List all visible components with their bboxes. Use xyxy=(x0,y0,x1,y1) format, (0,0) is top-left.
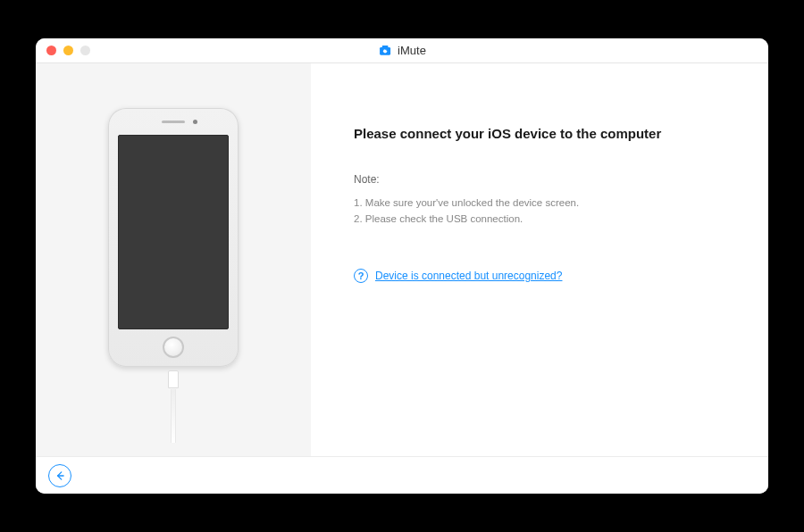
minimize-window-button[interactable] xyxy=(63,46,73,55)
phone-illustration xyxy=(102,108,245,411)
svg-rect-1 xyxy=(382,46,389,48)
content-area: Please connect your iOS device to the co… xyxy=(36,63,768,456)
maximize-window-button[interactable] xyxy=(80,46,90,55)
phone-speaker-icon xyxy=(162,121,185,123)
note-list: Make sure your've unlocked the device sc… xyxy=(354,195,725,228)
device-unrecognized-link[interactable]: Device is connected but unrecognized? xyxy=(375,270,562,282)
page-heading: Please connect your iOS device to the co… xyxy=(354,126,725,141)
note-label: Note: xyxy=(354,173,725,186)
help-row: ? Device is connected but unrecognized? xyxy=(354,269,725,283)
close-window-button[interactable] xyxy=(46,46,56,55)
titlebar: iMute xyxy=(36,38,768,63)
arrow-left-icon xyxy=(54,470,66,482)
lightning-cable-icon xyxy=(168,370,179,388)
phone-home-button-icon xyxy=(163,337,184,358)
window-title: iMute xyxy=(378,44,426,58)
footer-bar xyxy=(36,456,768,494)
back-button[interactable] xyxy=(48,464,71,487)
note-item: Please check the USB connection. xyxy=(354,211,725,227)
instructions-panel: Please connect your iOS device to the co… xyxy=(311,63,768,456)
app-window: iMute Please connect your iOS device to … xyxy=(36,38,768,494)
question-mark-icon: ? xyxy=(354,269,368,283)
traffic-lights xyxy=(36,46,90,55)
app-name: iMute xyxy=(398,44,426,57)
device-illustration-panel xyxy=(36,63,311,456)
iphone-device-icon xyxy=(108,108,239,367)
phone-camera-icon xyxy=(193,120,197,124)
note-item: Make sure your've unlocked the device sc… xyxy=(354,195,725,211)
phone-screen-icon xyxy=(118,135,229,329)
app-icon xyxy=(378,44,392,58)
